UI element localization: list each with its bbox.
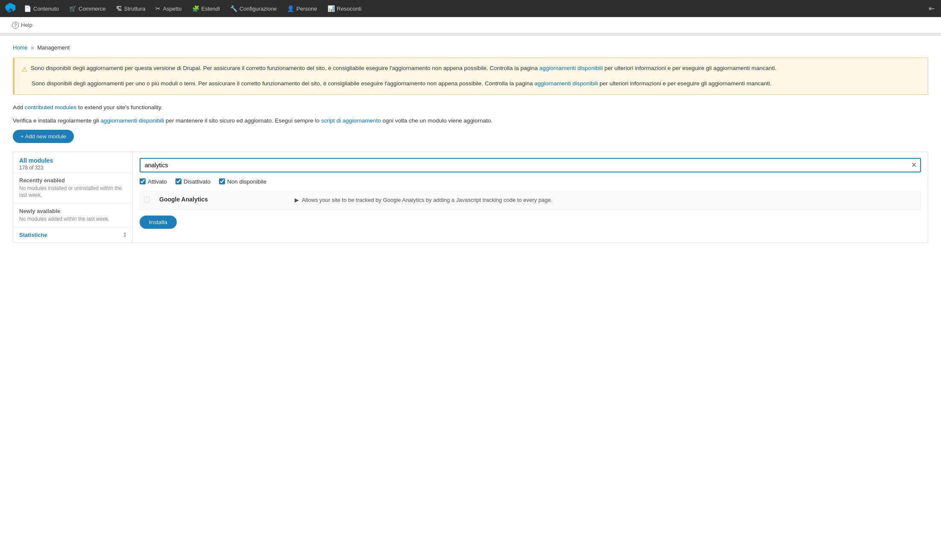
filter-disattivato[interactable]: Disattivato (175, 178, 210, 185)
struttura-icon: 🏗 (116, 5, 122, 12)
nav-collapse-arrow[interactable]: ⇤ (924, 4, 939, 13)
breadcrumb-current: Management (37, 44, 70, 51)
module-desc-cell: ▶ Allows your site to be tracked by Goog… (290, 191, 921, 210)
sidebar-statistiche-item[interactable]: Statistiche 1 (13, 227, 132, 242)
breadcrumb-separator: » (31, 44, 34, 51)
search-clear-button[interactable]: ✕ (911, 162, 917, 169)
commerce-icon: 🛒 (69, 5, 76, 12)
configurazione-icon: 🔧 (230, 5, 237, 12)
nav-estendi-label: Estendi (202, 6, 220, 12)
contributed-modules-link[interactable]: contributed modules (25, 104, 77, 111)
warning-link-2[interactable]: aggiornamenti disponibili (535, 80, 598, 87)
sidebar-newly-available: Newly available No modules added within … (13, 203, 132, 227)
module-section: All modules 178 of 323 Recently enabled … (13, 152, 928, 243)
nav-struttura[interactable]: 🏗 Struttura (111, 0, 151, 17)
breadcrumb-home[interactable]: Home (13, 44, 28, 51)
nav-estendi[interactable]: 🧩 Estendi (187, 0, 225, 17)
module-description: Allows your site to be tracked by Google… (302, 197, 552, 203)
nav-aspetto[interactable]: ✂ Aspetto (150, 0, 187, 17)
help-icon: ? (12, 22, 19, 29)
nav-resoconti[interactable]: 📊 Resoconti (322, 0, 367, 17)
warning-text-1: Sono disponibili degli aggiornamenti per… (31, 64, 777, 73)
filter-non-disponibile[interactable]: Non disponibile (219, 178, 266, 185)
filter-attivato-label: Attivato (148, 178, 167, 185)
help-label: Help (21, 22, 32, 28)
estendi-icon: 🧩 (192, 5, 199, 12)
nav-persone[interactable]: 👤 Persone (282, 0, 322, 17)
nav-commerce-label: Commerce (79, 6, 106, 12)
nav-configurazione-label: Configurazione (240, 6, 277, 12)
aggiornamenti-link-1[interactable]: aggiornamenti disponibili (101, 117, 164, 124)
sidebar-newly-available-desc: No modules added within the last week. (19, 216, 126, 223)
search-input[interactable] (140, 158, 921, 172)
nav-contenuto-label: Contenuto (33, 6, 59, 12)
warning-icon-1: ⚠ (21, 64, 27, 75)
table-row: Google Analytics ▶ Allows your site to b… (140, 191, 921, 210)
filter-non-disponibile-label: Non disponibile (227, 178, 266, 185)
filter-disattivato-checkbox[interactable] (175, 178, 181, 184)
module-sidebar: All modules 178 of 323 Recently enabled … (13, 152, 133, 242)
filter-attivato[interactable]: Attivato (140, 178, 167, 185)
script-aggiornamento-link[interactable]: script di aggiornamento (321, 117, 381, 124)
module-table: Google Analytics ▶ Allows your site to b… (140, 191, 921, 210)
module-name-cell: Google Analytics (155, 191, 290, 210)
nav-commerce[interactable]: 🛒 Commerce (64, 0, 111, 17)
nav-persone-label: Persone (296, 6, 317, 12)
module-checkbox-cell (140, 191, 155, 210)
aspetto-icon: ✂ (155, 5, 161, 12)
top-navigation: 📄 Contenuto 🛒 Commerce 🏗 Struttura ✂ Asp… (0, 0, 941, 17)
main-content: Home » Management ⚠ Sono disponibili deg… (0, 36, 941, 560)
sidebar-recently-enabled-desc: No modules installed or uninstalled with… (19, 185, 126, 199)
nav-configurazione[interactable]: 🔧 Configurazione (225, 0, 282, 17)
nav-struttura-label: Struttura (124, 6, 146, 12)
sidebar-recently-enabled-title: Recently enabled (19, 177, 126, 184)
breadcrumb: Home » Management (13, 44, 928, 51)
sidebar-newly-available-title: Newly available (19, 208, 126, 214)
add-module-button[interactable]: + Add new module (13, 130, 74, 143)
nav-contenuto[interactable]: 📄 Contenuto (19, 0, 64, 17)
sidebar-statistiche-label: Statistiche (19, 232, 47, 238)
filter-non-disponibile-checkbox[interactable] (219, 178, 225, 184)
sidebar-header: All modules 178 of 323 (13, 152, 132, 172)
search-container: ✕ (140, 158, 921, 172)
sidebar-recently-enabled: Recently enabled No modules installed or… (13, 172, 132, 204)
install-button[interactable]: Installa (140, 216, 177, 229)
sidebar-statistiche-count: 1 (123, 232, 126, 238)
module-name: Google Analytics (159, 196, 286, 203)
secondary-navigation: ? Help (0, 17, 941, 33)
sidebar-all-modules-title[interactable]: All modules (19, 157, 126, 164)
filter-row: Attivato Disattivato Non disponibile (140, 178, 921, 185)
nav-resoconti-label: Resoconti (337, 6, 362, 12)
persone-icon: 👤 (287, 5, 294, 12)
description-line-1: Add contributed modules to extend your s… (13, 103, 928, 112)
help-item[interactable]: ? Help (9, 22, 36, 29)
description-line-2: Verifica e installa regolarmente gli agg… (13, 117, 928, 125)
module-main-area: ✕ Attivato Disattivato Non disponibile (133, 152, 928, 242)
filter-attivato-checkbox[interactable] (140, 178, 146, 184)
nav-aspetto-label: Aspetto (163, 6, 181, 12)
resoconti-icon: 📊 (327, 5, 335, 12)
warning-link-1[interactable]: aggiornamenti disponibili (539, 65, 603, 71)
warning-text-2: Sono disponibili degli aggiornamenti per… (21, 79, 772, 88)
desc-arrow: ▶ (295, 197, 299, 203)
warning-row-1: ⚠ Sono disponibili degli aggiornamenti p… (21, 64, 921, 75)
warning-row-2: Sono disponibili degli aggiornamenti per… (21, 79, 921, 88)
warning-box: ⚠ Sono disponibili degli aggiornamenti p… (13, 58, 928, 95)
filter-disattivato-label: Disattivato (184, 178, 210, 185)
drupal-logo[interactable] (2, 1, 17, 16)
google-analytics-checkbox[interactable] (144, 197, 150, 203)
sidebar-modules-count: 178 of 323 (19, 165, 126, 171)
contenuto-icon: 📄 (24, 5, 31, 12)
